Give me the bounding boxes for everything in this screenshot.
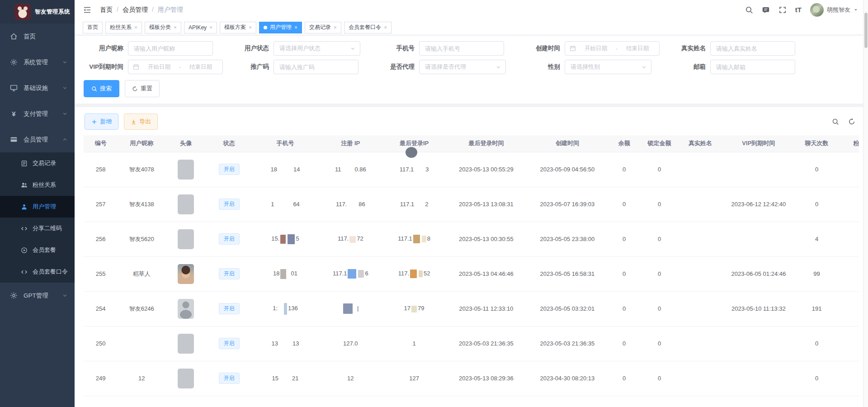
tab-首页[interactable]: 首页 [83, 22, 103, 33]
cell-phone: 164 [252, 187, 319, 222]
tab-模板分类[interactable]: 模板分类× [145, 22, 181, 33]
filter-field-vip-expire-range: VIP到期时间开始日期-结束日期 [84, 60, 228, 74]
chevron-down-icon [350, 46, 355, 51]
reset-button[interactable]: 重置 [125, 80, 160, 97]
sidebar-item-label: 系统管理 [24, 58, 48, 66]
filter-daterange-vip-expire-range[interactable]: 开始日期-结束日期 [128, 60, 223, 74]
sidebar-item-label: 支付管理 [24, 110, 48, 118]
sidebar-item-基础设施[interactable]: 基础设施 [0, 75, 75, 101]
chevron-down-icon [62, 111, 67, 116]
filter-label-nickname: 用户昵称 [84, 44, 128, 52]
sidebar-item-首页[interactable]: 首页 [0, 24, 75, 49]
app-title: 智友管理系统 [35, 8, 70, 16]
sidebar-collapse-icon[interactable] [83, 5, 92, 14]
tab-close-icon[interactable]: × [294, 25, 297, 30]
cell-vip_expire [722, 361, 795, 396]
message-icon[interactable] [762, 6, 770, 14]
sidebar-subitem-交易记录[interactable]: 交易记录 [0, 152, 75, 174]
table-refresh-icon[interactable] [848, 118, 855, 125]
sidebar-item-系统管理[interactable]: 系统管理 [0, 49, 75, 75]
sidebar-item-会员管理[interactable]: 会员管理 [0, 127, 75, 152]
cell-id: 257 [84, 187, 118, 222]
censor-block [343, 303, 353, 314]
tab-模板方案[interactable]: 模板方案× [220, 22, 256, 33]
search-icon[interactable] [745, 6, 753, 14]
filter-input-real-name[interactable] [710, 41, 795, 56]
user-menu[interactable]: 萌熊智友 [810, 3, 858, 17]
sidebar-subitem-会员套餐口令[interactable]: 会员套餐口令 [0, 261, 75, 283]
table-row-user-254[interactable]: 254智友6246开启1:136|17792023-05-11 12:33:10… [84, 291, 859, 326]
filter-field-phone: 手机号 [375, 41, 519, 56]
tab-交易记录[interactable]: 交易记录× [305, 22, 341, 33]
col-header-avatar: 头像 [165, 135, 207, 152]
search-button[interactable]: 搜索 [84, 80, 119, 97]
main-area: 首页 会员管理 用户管理 tT 萌熊智友 首页粉丝关系×模板分类×APIKey×… [75, 0, 868, 407]
table-search-icon[interactable] [832, 118, 839, 125]
table-row-user-258[interactable]: 258智友4078开启1814110.86117.132023-05-13 00… [84, 152, 859, 187]
chevron-down-icon [62, 60, 67, 65]
chevron-down-icon [854, 8, 858, 12]
table-row-user-255[interactable]: 255稻草人开启1801117.16117.522023-05-13 04:46… [84, 256, 859, 291]
filter-select-gender[interactable]: 请选择性别 [565, 60, 651, 74]
cell-vip_expire: 2023-06-12 12:42:40 [722, 187, 795, 222]
tab-close-icon[interactable]: × [209, 25, 212, 30]
cell-last_login: 2023-05-11 12:33:10 [446, 291, 526, 326]
filter-daterange-created-range[interactable]: 开始日期-结束日期 [565, 41, 660, 56]
cell-phone: 1:136 [252, 291, 319, 326]
cell-created: 2023-05-05 16:58:31 [526, 256, 608, 291]
cell-vip_expire [722, 326, 795, 361]
page-scrollbar[interactable] [863, 0, 868, 407]
tab-label: 会员套餐口令 [349, 24, 381, 31]
user-avatar-gray [178, 229, 194, 249]
cell-text-fragment: | [357, 305, 359, 312]
filter-select-user-status[interactable]: 请选择用户状态 [274, 41, 360, 56]
cell-locked: 0 [640, 187, 679, 222]
scrollbar-thumb[interactable] [864, 13, 868, 48]
cell-name: 智友5620 [118, 222, 165, 256]
cell-status: 开启 [207, 361, 252, 396]
cell-locked: 0 [640, 361, 679, 396]
filter-input-promo-code[interactable] [274, 60, 359, 74]
tab-用户管理[interactable]: 用户管理× [259, 22, 302, 33]
tab-label: 首页 [87, 24, 98, 31]
tab-会员套餐口令[interactable]: 会员套餐口令× [344, 22, 392, 33]
sidebar-item-支付管理[interactable]: ¥支付管理 [0, 101, 75, 127]
sidebar-item-GPT管理[interactable]: GPT管理 [0, 283, 75, 308]
font-size-icon[interactable]: tT [795, 6, 802, 14]
table-row-user-249[interactable]: 24912开启1521121272023-05-13 08:29:362023-… [84, 361, 859, 396]
export-button[interactable]: 导出 [124, 114, 158, 130]
tab-close-icon[interactable]: × [334, 25, 337, 30]
status-badge: 开启 [219, 164, 240, 175]
tab-close-icon[interactable]: × [249, 25, 252, 30]
cell-chats: 0 [795, 187, 839, 222]
sidebar-subitem-粉丝关系[interactable]: 粉丝关系 [0, 174, 75, 196]
search-icon [91, 86, 97, 92]
tab-close-icon[interactable]: × [384, 25, 387, 30]
table-row-user-250[interactable]: 250开启1313127.012023-05-03 21:36:352023-0… [84, 326, 859, 361]
add-button[interactable]: 新增 [85, 114, 118, 130]
tab-close-icon[interactable]: × [134, 25, 137, 30]
breadcrumb-home[interactable]: 首页 [100, 6, 113, 14]
cell-text-fragment: 01 [291, 270, 297, 277]
sidebar-subitem-用户管理[interactable]: 用户管理 [0, 196, 75, 218]
table-row-user-256[interactable]: 256智友5620开启15.5117.72117.182023-05-13 00… [84, 222, 859, 256]
breadcrumb-member-mgmt[interactable]: 会员管理 [113, 6, 148, 14]
sidebar-subitem-会员套餐[interactable]: 会员套餐 [0, 239, 75, 261]
col-header-name: 用户昵称 [118, 135, 165, 152]
cell-chats: 0 [795, 326, 839, 361]
status-badge: 开启 [219, 268, 240, 279]
tab-粉丝关系[interactable]: 粉丝关系× [105, 22, 142, 33]
table-row-user-257[interactable]: 257智友4138开启164117.86117.122023-05-13 13:… [84, 187, 859, 222]
tab-APIKey[interactable]: APIKey× [184, 22, 217, 33]
sidebar-subitem-分享二维码[interactable]: 分享二维码 [0, 218, 75, 239]
tab-close-icon[interactable]: × [174, 25, 177, 30]
table-toolbar: 新增 导出 [84, 110, 859, 135]
fullscreen-icon[interactable] [778, 6, 787, 14]
cell-text-fragment: 6 [365, 270, 368, 277]
filter-select-is-agent[interactable]: 请选择是否代理 [419, 60, 506, 74]
filter-input-nickname[interactable] [128, 41, 213, 56]
sidebar: 智友管理系统 首页系统管理基础设施¥支付管理会员管理交易记录粉丝关系用户管理分享… [0, 0, 75, 407]
topbar-left: 首页 会员管理 用户管理 [83, 5, 183, 14]
filter-input-phone[interactable] [419, 41, 504, 56]
filter-input-email[interactable] [710, 60, 795, 74]
